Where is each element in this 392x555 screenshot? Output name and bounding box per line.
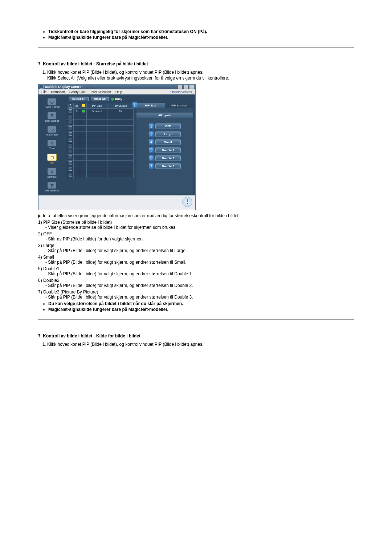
table-row[interactable] (67, 161, 134, 166)
table-row[interactable] (67, 126, 134, 131)
checkbox-icon[interactable] (69, 104, 72, 108)
tab-pip-size[interactable]: 1 PIP Size (136, 103, 165, 108)
close-icon[interactable] (189, 85, 194, 89)
sidebar-item-input[interactable]: ☷Input Source (39, 111, 65, 124)
sidebar-item-settings[interactable]: ⚙Settings (39, 167, 65, 180)
table-row[interactable] (67, 166, 134, 172)
steps-list: Klikk hovedikonet PIP (Bilde i bildet), … (42, 69, 354, 81)
sidebar-item-time[interactable]: ◷Time (39, 139, 65, 152)
table-row[interactable] (67, 131, 134, 137)
step-item: Klikk hovedikonet PIP (Bilde i bildet), … (47, 341, 354, 347)
table-row[interactable]: 0 Double 1 AV (67, 109, 134, 114)
row-checkbox[interactable] (69, 167, 72, 171)
row-checkbox[interactable] (69, 150, 72, 153)
status-dot-icon (111, 98, 114, 101)
row-checkbox[interactable] (69, 144, 72, 147)
maximize-icon[interactable] (184, 85, 188, 89)
list-item: 5) Double1 (38, 266, 354, 271)
callout-7: 7 (149, 163, 154, 169)
power-icon: ⏻ (48, 98, 56, 105)
select-all-button[interactable]: Select All (69, 97, 89, 101)
row-checkbox[interactable] (69, 138, 72, 142)
list-item: 2) OFF (38, 231, 354, 236)
large-button[interactable]: Large (155, 131, 181, 137)
double1-button[interactable]: Double 1 (155, 147, 181, 153)
menu-remocon[interactable]: Remocon (51, 90, 65, 94)
col-status (80, 103, 87, 109)
list-desc: - Slår på PIP (Bilde i bilde) for valgt … (45, 260, 354, 265)
list-item: 4) Small (38, 255, 354, 260)
sidebar-item-power[interactable]: ⏻Power Control (39, 97, 65, 110)
table-row[interactable] (67, 149, 134, 155)
menu-file[interactable]: File (41, 90, 47, 94)
table-row[interactable] (67, 155, 134, 161)
sidebar-item-maintenance[interactable]: 🛠Maintenance (39, 181, 65, 194)
bottom-note-list: Du kan velge størrelsen på bildet i bild… (48, 301, 354, 312)
statusbar: ! (38, 195, 195, 210)
double3-button[interactable]: Double 3 (155, 163, 181, 169)
row-checkbox[interactable] (69, 155, 72, 159)
callout-2: 2 (149, 123, 154, 129)
info-icon[interactable]: ! (182, 197, 192, 207)
imagesize-icon: ▭ (48, 126, 56, 133)
status-icon (82, 104, 85, 107)
clear-all-button[interactable]: Clear All (91, 97, 109, 101)
menu-help[interactable]: Help (115, 90, 122, 94)
list-desc: - Slår av PIP (Bilde i bilde) for den va… (45, 236, 354, 242)
col-id: ID (74, 103, 80, 109)
sidebar-item-imagesize[interactable]: ▭Image Size (39, 125, 65, 138)
gear-icon: ⚙ (48, 168, 56, 175)
menu-port-selection[interactable]: Port Selection (91, 90, 111, 94)
minimize-icon[interactable] (178, 85, 182, 89)
callout-6: 6 (149, 155, 154, 161)
row-checkbox[interactable] (69, 126, 72, 130)
list-desc: - Slår på PIP (Bilde i bilde) for valgt … (45, 283, 354, 288)
menu-safety-lock[interactable]: Safety Lock (69, 90, 86, 94)
table-row[interactable] (67, 120, 134, 126)
clock-icon: ◷ (48, 140, 56, 146)
arrow-icon (38, 214, 41, 218)
cell-pipsource: AV (107, 109, 133, 114)
note-item: MagicNet-signalkilde fungerer bare på Ma… (48, 35, 354, 40)
divider (38, 47, 354, 48)
grid-table: ID PIP Size PIP Source 0 Double 1 AV (67, 103, 134, 178)
sidebar-item-pip[interactable]: ◫PIP (39, 153, 65, 166)
row-checkbox[interactable] (69, 132, 72, 136)
row-checkbox[interactable] (69, 161, 72, 165)
table-header-row: ID PIP Size PIP Source (67, 103, 134, 109)
table-row[interactable] (67, 114, 134, 120)
row-checkbox[interactable] (69, 173, 72, 177)
row-checkbox[interactable] (69, 115, 72, 118)
col-pipsource: PIP Source (107, 103, 133, 109)
off-button[interactable]: OFF (155, 123, 181, 129)
table-row[interactable] (67, 137, 134, 143)
sidebar: ⏻Power Control ☷Input Source ▭Image Size… (38, 94, 65, 195)
row-checkbox[interactable] (69, 109, 72, 113)
col-pipsize: PIP Size (87, 103, 107, 109)
list-desc: - Slår på PIP (Bilde i bilde) for valgt … (45, 295, 354, 300)
toolbar: Select All Clear All Busy (67, 97, 193, 101)
step-text: Klikk Select All (Velg alle) eller bruk … (47, 76, 229, 81)
display-table: ID PIP Size PIP Source 0 Double 1 AV (67, 103, 134, 194)
menubar: File Remocon Safety Lock Port Selection … (38, 89, 195, 94)
cell-id: 0 (74, 109, 80, 114)
col-check[interactable] (67, 103, 74, 109)
list-desc: - Slår på PIP (Bilde i bilde) for valgt … (45, 248, 354, 253)
step-item: Klikk hovedikonet PIP (Bilde i bildet), … (47, 69, 354, 81)
tabbar: 1 PIP Size PIP Source (136, 103, 193, 108)
row-checkbox[interactable] (69, 121, 72, 124)
callout-1: 1 (132, 102, 137, 108)
small-button[interactable]: Small (155, 139, 181, 145)
app-window: Multiple Display Control File Remocon Sa… (38, 84, 196, 210)
table-row[interactable] (67, 172, 134, 178)
busy-indicator: Busy (111, 97, 122, 101)
table-row[interactable] (67, 143, 134, 149)
callout-5: 5 (149, 147, 154, 153)
list-desc: - Slår på PIP (Bilde i bilde) for valgt … (45, 271, 354, 276)
step-text: Klikk hovedikonet PIP (Bilde i bildet), … (47, 70, 203, 75)
row-status-icon (82, 110, 85, 113)
tab-pip-source[interactable]: PIP Source (165, 103, 193, 108)
double2-button[interactable]: Double 2 (155, 155, 181, 161)
app-title-text: Multiple Display Control (45, 85, 82, 89)
steps-list: Klikk hovedikonet PIP (Bilde i bildet), … (42, 341, 354, 347)
